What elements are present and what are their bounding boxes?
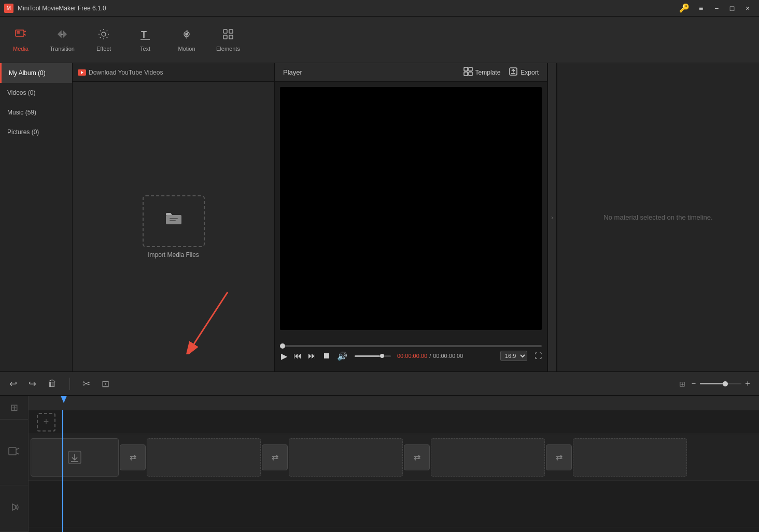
main-content: My Album (0) Videos (0) Music (59) Pictu… [0,63,759,371]
toolbar-item-elements[interactable]: Elements [207,19,249,61]
fit-icon[interactable]: ⊞ [679,380,685,388]
maximize-btn[interactable]: □ [725,1,739,16]
segment-block-4[interactable] [573,438,687,477]
zoom-fill [700,383,725,384]
progress-bar[interactable] [280,345,542,347]
player-header: Player Template [275,63,547,82]
text-icon: T [139,28,151,44]
zoom-in-btn[interactable]: ＋ [743,378,752,389]
effect-icon [97,28,110,44]
toolbar-item-motion[interactable]: Motion [166,19,207,61]
sidebar-item-music[interactable]: Music (59) [0,103,72,122]
crop-btn[interactable]: ⊡ [100,376,111,392]
svg-rect-24 [166,215,181,224]
import-label: Import Media Files [148,251,199,258]
svg-line-12 [107,30,107,31]
progress-handle[interactable] [280,343,285,349]
video-preview [280,87,542,330]
toolbar-item-transition[interactable]: Transition [41,19,83,61]
track-labels: ⊞ [0,396,29,532]
sidebar-item-pictures[interactable]: Pictures (0) [0,122,72,142]
prev-btn[interactable]: ⏮ [292,350,303,362]
title-bar: M MiniTool MovieMaker Free 6.1.0 🔑 ≡ − □… [0,0,759,17]
svg-line-11 [107,37,107,37]
left-panel: My Album (0) Videos (0) Music (59) Pictu… [0,63,275,371]
svg-line-28 [194,292,228,344]
svg-text:T: T [141,30,147,40]
motion-label: Motion [178,46,195,52]
timeline-content: + ⇄ [29,396,759,532]
zoom-controls: ⊞ － ＋ [679,378,752,389]
volume-handle[interactable] [380,354,384,358]
toolbar-item-effect[interactable]: Effect [83,19,124,61]
menu-btn[interactable]: ≡ [694,1,708,16]
delete-btn[interactable]: 🗑 [46,376,59,391]
time-display: 00:00:00.00 / 00:00:00.00 [397,353,463,359]
zoom-slider[interactable] [700,383,741,384]
media-label: Media [13,46,29,52]
volume-slider[interactable] [355,355,391,357]
zoom-out-btn[interactable]: － [690,378,698,389]
text-label: Text [140,46,150,52]
minimize-btn[interactable]: − [709,1,724,16]
svg-line-38 [16,453,19,454]
add-track-btn[interactable]: + [37,413,55,432]
aspect-ratio-select[interactable]: 16:9 9:16 4:3 1:1 [500,351,527,361]
segment-block-1[interactable] [147,438,261,477]
effect-label: Effect [96,46,111,52]
folder-icon [165,211,182,229]
player-panel: Player Template [275,63,547,371]
timeline-toolbar: ↩ ↪ 🗑 ✂ ⊡ ⊞ － ＋ [0,372,759,396]
undo-btn[interactable]: ↩ [7,376,19,392]
timeline-body: ⊞ [0,396,759,532]
export-label: Export [521,69,539,76]
volume-btn[interactable]: 🔊 [336,350,348,362]
transition-block-4[interactable]: ⇄ [546,444,572,470]
fullscreen-btn[interactable]: ⛶ [535,352,542,360]
panel-toggle[interactable]: › [547,63,557,371]
media-drop-area: Import Media Files [73,82,274,371]
redo-btn[interactable]: ↪ [26,376,38,392]
svg-rect-30 [469,67,472,71]
audio-track-row [29,481,759,527]
video-track-label [0,420,28,485]
download-icon [67,450,82,465]
stop-btn[interactable]: ⏹ [321,350,332,362]
svg-rect-31 [464,72,468,76]
sidebar-item-videos[interactable]: Videos (0) [0,83,72,103]
video-block-0[interactable] [31,438,119,477]
next-btn[interactable]: ⏭ [307,350,317,362]
svg-rect-29 [464,67,468,71]
motion-icon [180,28,193,44]
segment-block-3[interactable] [431,438,545,477]
elements-label: Elements [216,46,240,52]
transition-block-1[interactable]: ⇄ [120,444,146,470]
template-label: Template [475,69,501,76]
left-sidebar: My Album (0) Videos (0) Music (59) Pictu… [0,63,73,371]
app-icon: M [4,4,13,13]
svg-rect-18 [223,30,227,33]
transition-block-2[interactable]: ⇄ [262,444,288,470]
youtube-icon [78,69,86,76]
transition-label: Transition [50,46,75,52]
export-btn[interactable]: Export [509,67,539,78]
template-icon [463,67,473,78]
segment-block-2[interactable] [289,438,403,477]
transition-block-3[interactable]: ⇄ [404,444,430,470]
time-current: 00:00:00.00 [397,353,427,359]
download-youtube-btn[interactable]: Download YouTube Videos [78,69,163,76]
template-btn[interactable]: Template [463,67,501,78]
import-media-btn[interactable] [143,195,205,247]
svg-rect-25 [170,218,178,219]
zoom-handle[interactable] [723,381,728,386]
svg-line-13 [100,37,101,37]
toolbar-item-media[interactable]: Media [0,19,41,61]
cut-btn[interactable]: ✂ [80,376,92,392]
close-btn[interactable]: × [740,1,755,16]
media-content: Download YouTube Videos [73,63,274,371]
player-controls: ▶ ⏮ ⏭ ⏹ 🔊 00:00:00.00 / 00:00:00.00 [275,335,547,371]
sidebar-item-my-album[interactable]: My Album (0) [0,63,72,83]
svg-rect-36 [9,448,16,455]
play-btn[interactable]: ▶ [280,350,288,362]
toolbar-item-text[interactable]: T Text [124,19,166,61]
